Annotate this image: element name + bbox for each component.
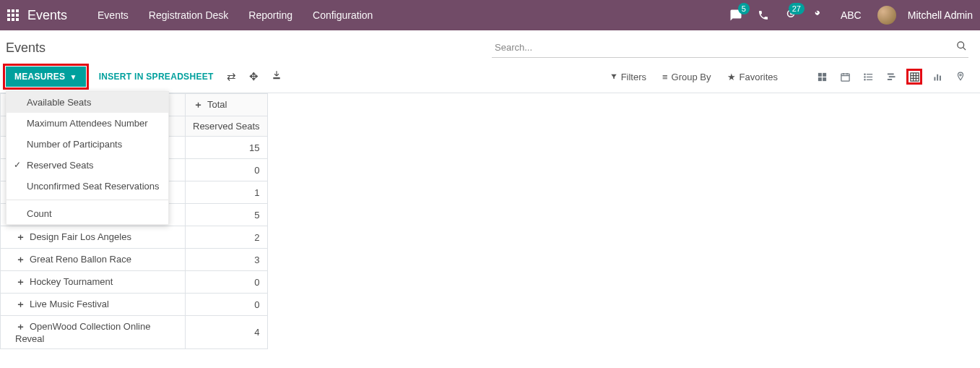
pivot-value: 3 bbox=[186, 249, 268, 271]
pivot-row-header[interactable]: ＋Live Music Festival bbox=[1, 294, 186, 316]
dd-count[interactable]: Count bbox=[6, 203, 168, 224]
apps-icon[interactable] bbox=[7, 9, 19, 21]
view-gantt-icon[interactable] bbox=[883, 69, 899, 85]
dd-reserved-seats[interactable]: Reserved Seats bbox=[6, 155, 168, 176]
plus-icon: ＋ bbox=[15, 231, 25, 244]
svg-rect-16 bbox=[887, 73, 893, 74]
tools-icon[interactable] bbox=[807, 4, 829, 26]
svg-rect-6 bbox=[841, 74, 849, 81]
app-brand[interactable]: Events bbox=[27, 8, 67, 23]
company-switcher[interactable]: ABC bbox=[835, 7, 867, 24]
control-row: Events bbox=[0, 30, 980, 61]
pivot-column-header[interactable]: Reserved Seats bbox=[186, 116, 268, 137]
activity-badge: 27 bbox=[789, 3, 805, 14]
svg-line-1 bbox=[963, 47, 966, 50]
filters-label: Filters bbox=[621, 72, 646, 82]
avatar[interactable] bbox=[877, 6, 896, 25]
expand-all-icon[interactable]: ✥ bbox=[249, 70, 259, 83]
messages-badge: 5 bbox=[738, 3, 750, 14]
groupby-icon: ≡ bbox=[662, 72, 668, 82]
svg-point-13 bbox=[864, 74, 864, 74]
svg-rect-3 bbox=[823, 72, 826, 76]
svg-point-0 bbox=[958, 42, 964, 48]
pivot-value: 4 bbox=[186, 316, 268, 349]
pivot-value: 2 bbox=[186, 226, 268, 249]
pivot-value: 0 bbox=[186, 271, 268, 294]
pivot-row-header[interactable]: ＋Great Reno Ballon Race bbox=[1, 249, 186, 271]
svg-point-27 bbox=[960, 74, 961, 76]
plus-icon: ＋ bbox=[193, 98, 203, 111]
table-row: ＋Great Reno Ballon Race3 bbox=[1, 249, 268, 271]
svg-rect-19 bbox=[910, 72, 918, 80]
svg-rect-4 bbox=[818, 77, 821, 81]
pivot-value: 0 bbox=[186, 159, 268, 181]
search-input[interactable] bbox=[492, 38, 968, 58]
flip-axis-icon[interactable]: ⇄ bbox=[227, 70, 236, 83]
nav-reporting[interactable]: Reporting bbox=[238, 9, 303, 21]
messages-icon[interactable]: 5 bbox=[725, 4, 747, 26]
toolbar: MEASURES ▼ INSERT IN SPREADSHEET ⇄ ✥ Fil… bbox=[0, 61, 980, 93]
svg-point-14 bbox=[864, 76, 864, 77]
groupby-label: Group By bbox=[672, 72, 711, 82]
activity-icon[interactable]: 27 bbox=[780, 4, 802, 26]
top-navbar: Events Events Registration Desk Reportin… bbox=[0, 0, 980, 30]
plus-icon: ＋ bbox=[15, 275, 25, 288]
user-name[interactable]: Mitchell Admin bbox=[908, 9, 973, 21]
pivot-value: 0 bbox=[186, 294, 268, 316]
nav-events[interactable]: Events bbox=[87, 9, 139, 21]
measures-button[interactable]: MEASURES ▼ bbox=[6, 67, 86, 87]
pivot-value: 5 bbox=[186, 204, 268, 226]
groupby-button[interactable]: ≡ Group By bbox=[662, 72, 711, 82]
plus-icon: ＋ bbox=[15, 253, 25, 266]
pivot-value: 15 bbox=[186, 137, 268, 159]
download-icon[interactable] bbox=[272, 70, 282, 83]
nav-registration-desk[interactable]: Registration Desk bbox=[139, 9, 239, 21]
measures-dropdown: Available Seats Maximum Attendees Number… bbox=[6, 91, 169, 225]
dd-unconfirmed-seats[interactable]: Unconfirmed Seat Reservations bbox=[6, 176, 168, 197]
view-list-icon[interactable] bbox=[860, 69, 876, 85]
svg-point-15 bbox=[864, 79, 864, 80]
table-row: ＋OpenWood Collection Online Reveal4 bbox=[1, 316, 268, 349]
svg-rect-17 bbox=[888, 76, 895, 77]
view-calendar-icon[interactable] bbox=[837, 69, 853, 85]
caret-down-icon: ▼ bbox=[69, 73, 77, 81]
insert-spreadsheet-button[interactable]: INSERT IN SPREADSHEET bbox=[99, 72, 214, 82]
phone-icon[interactable] bbox=[753, 4, 774, 26]
table-row: ＋Live Music Festival0 bbox=[1, 294, 268, 316]
favorites-button[interactable]: ★ Favorites bbox=[727, 72, 778, 82]
view-pivot-icon[interactable] bbox=[906, 69, 922, 85]
plus-icon: ＋ bbox=[15, 298, 25, 311]
pivot-total-header[interactable]: ＋Total bbox=[186, 94, 268, 116]
pivot-value: 1 bbox=[186, 181, 268, 204]
table-row: ＋Hockey Tournament0 bbox=[1, 271, 268, 294]
pivot-row-header[interactable]: ＋Design Fair Los Angeles bbox=[1, 226, 186, 249]
svg-rect-2 bbox=[818, 72, 821, 76]
view-graph-icon[interactable] bbox=[929, 69, 945, 85]
star-icon: ★ bbox=[727, 72, 736, 82]
svg-rect-26 bbox=[940, 75, 941, 80]
favorites-label: Favorites bbox=[740, 72, 778, 82]
filters-button[interactable]: Filters bbox=[610, 72, 646, 82]
pivot-row-header[interactable]: ＋Hockey Tournament bbox=[1, 271, 186, 294]
dd-maximum-attendees[interactable]: Maximum Attendees Number bbox=[6, 113, 168, 134]
pivot-row-header[interactable]: ＋OpenWood Collection Online Reveal bbox=[1, 316, 186, 349]
table-row: ＋Design Fair Los Angeles2 bbox=[1, 226, 268, 249]
plus-icon: ＋ bbox=[15, 320, 25, 333]
search-icon[interactable] bbox=[956, 40, 967, 54]
view-map-icon[interactable] bbox=[953, 69, 968, 85]
page-title: Events bbox=[6, 40, 45, 56]
svg-rect-5 bbox=[823, 77, 826, 81]
dd-available-seats[interactable]: Available Seats bbox=[6, 92, 168, 113]
measures-label: MEASURES bbox=[14, 72, 65, 82]
svg-rect-25 bbox=[937, 74, 938, 80]
dd-number-participants[interactable]: Number of Participants bbox=[6, 134, 168, 155]
svg-rect-18 bbox=[887, 79, 891, 80]
svg-rect-24 bbox=[934, 77, 935, 80]
view-kanban-icon[interactable] bbox=[814, 69, 830, 85]
nav-configuration[interactable]: Configuration bbox=[303, 9, 383, 21]
